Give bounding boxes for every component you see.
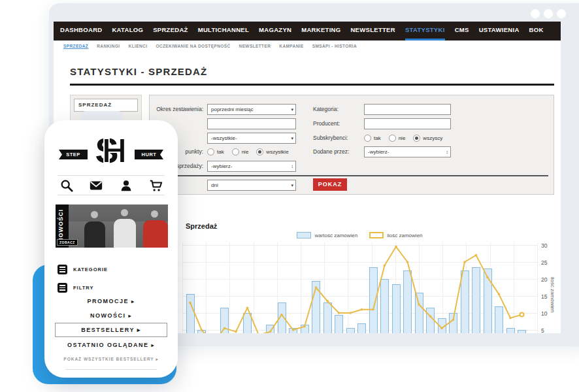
legend-item-bars: wartość zamówień <box>297 232 357 238</box>
legend-swatch-line <box>369 232 384 238</box>
nav-item-multichannel[interactable]: MULTICHANNEL <box>198 22 249 41</box>
divider <box>65 369 157 370</box>
right-axis-tick: 30 <box>541 242 547 249</box>
filter-label-producent: Producent: <box>313 120 364 127</box>
dni-select[interactable]: dni▾ <box>207 180 296 191</box>
nav-item-bok[interactable]: BOK <box>529 22 544 41</box>
kategoria-input[interactable] <box>364 104 451 115</box>
divider <box>58 195 165 195</box>
filter-label-okres: Okres zestawienia: <box>150 106 207 112</box>
right-axis-tick: 20 <box>541 276 547 283</box>
wszystkie-select[interactable]: -wszystkie-▾ <box>207 133 296 144</box>
banner-figure-head <box>91 211 98 218</box>
filtry-toggle[interactable]: FILTRY <box>58 283 93 293</box>
arrow-right-icon: ▸ <box>129 313 133 319</box>
search-icon[interactable] <box>59 178 74 193</box>
page-title: STATYSTYKI - SPRZEDAŻ <box>70 66 207 77</box>
punkty-radio-nie[interactable] <box>232 148 239 155</box>
subnav-item-0[interactable]: SPRZEDAŻ <box>63 44 88 48</box>
pokaz-button[interactable]: POKAZ <box>313 178 347 191</box>
chart-title: Sprzedaż <box>186 222 217 230</box>
chevron-down-icon: ▾ <box>291 105 293 114</box>
filter-label-kategoria: Kategoria: <box>313 106 364 112</box>
stepper-icon: ↕ <box>446 147 449 157</box>
logo-ribbon-step: STEP <box>59 150 88 159</box>
divider <box>58 175 165 176</box>
nav-item-statystyki[interactable]: STATYSTYKI <box>405 22 445 41</box>
subnav-item-3[interactable]: OCZEKIWANIE NA DOSTĘPNOŚĆ <box>156 44 230 48</box>
producent-input[interactable] <box>364 118 451 129</box>
okres-zestawienia-select[interactable]: poprzedni miesiąc▾ <box>207 104 296 115</box>
punkty-radio-group: tak nie wszystkie <box>207 148 297 155</box>
nav-item-cms[interactable]: CMS <box>455 22 469 41</box>
subskrybenci-radio-nie[interactable] <box>389 135 396 142</box>
phone-mockup: SH STEP HURT <box>44 120 178 378</box>
sidebar-item-sprzedaz[interactable]: SPRZEDAŻ <box>74 99 138 112</box>
nav-item-ustawienia[interactable]: USTAWIENIA <box>479 22 520 41</box>
nowosci-link[interactable]: NOWOŚCI ▸ <box>44 312 178 319</box>
chart-legend: wartość zamówień ilość zamówień <box>182 232 537 238</box>
gridline-vertical <box>537 242 538 333</box>
subnav-item-2[interactable]: KLIENCI <box>129 44 148 48</box>
bestsellery-link[interactable]: BESTSELLERY ▸ <box>55 323 167 337</box>
arrow-right-icon: ▸ <box>156 357 158 361</box>
phone-icon-row <box>44 178 178 193</box>
nav-item-dashboard[interactable]: DASHBOARD <box>60 22 102 41</box>
filter-label-subskrybenci: Subskrybenci: <box>313 135 364 141</box>
promocje-link[interactable]: PROMOCJE ▸ <box>44 298 178 304</box>
logo-ribbon-hurt: HURT <box>135 150 163 159</box>
chevron-down-icon: ▾ <box>291 180 293 190</box>
filters-divider <box>155 175 548 176</box>
filter-label-dodane-przez: Dodane przez: <box>313 148 364 155</box>
legend-item-line: ilość zamówień <box>369 232 422 238</box>
banner-figure-white-shirt <box>114 219 136 248</box>
sub-navbar: SPRZEDAŻRANKINGIKLIENCIOCZEKIWANIE NA DO… <box>63 44 365 48</box>
banner-figure-dark-shirt <box>84 221 105 248</box>
sprzedazy-select[interactable]: -wybierz-↕ <box>207 161 296 172</box>
chevron-down-icon: ▾ <box>291 133 293 143</box>
banner-figure-red-shirt <box>143 220 168 248</box>
dodane-przez-select[interactable]: -wybierz-↕ <box>364 146 451 157</box>
kategorie-toggle[interactable]: KATEGORIE <box>58 265 108 274</box>
nav-item-katalog[interactable]: KATALOG <box>112 22 143 41</box>
subnav-item-1[interactable]: RANKINGI <box>97 44 120 48</box>
pokaz-wszystkie-bestsellery-link[interactable]: POKAŻ WSZYSTKIE BESTSELLERY ▸ <box>44 357 178 362</box>
subskrybenci-radio-group: tak nie wszyscy <box>364 135 450 142</box>
punkty-radio-wszystkie[interactable] <box>256 148 263 155</box>
line-series-svg <box>182 242 537 333</box>
nav-item-newsletter[interactable]: NEWSLETTER <box>350 22 395 41</box>
ostatnio-ogladane-link[interactable]: OSTATNIO OGLĄDANE ▸ <box>44 342 178 348</box>
stage: DASHBOARDKATALOGSPRZEDAŻMULTICHANNELMAGA… <box>0 0 579 392</box>
arrow-right-icon: ▸ <box>137 327 141 333</box>
subskrybenci-radio-wszyscy[interactable] <box>413 135 420 142</box>
account-icon[interactable] <box>119 178 133 193</box>
punkty-radio-tak[interactable] <box>207 148 214 155</box>
right-axis-tick: 5 <box>541 327 544 333</box>
subnav-item-5[interactable]: KAMPANIE <box>279 44 303 48</box>
subskrybenci-radio-tak[interactable] <box>364 135 371 142</box>
nav-item-marketing[interactable]: MARKETING <box>301 22 340 41</box>
chart-right-axis-title: ilość zamówień <box>552 242 559 333</box>
legend-swatch-bars <box>297 232 311 238</box>
shop-logo: SH STEP HURT <box>44 134 178 174</box>
banner-figure-head <box>151 210 158 218</box>
cart-icon[interactable] <box>148 178 163 193</box>
promo-banner[interactable]: NOWOŚCI ZOBACZ <box>56 204 168 248</box>
subnav-item-6[interactable]: SMSAPI - HISTORIA <box>312 44 357 48</box>
banner-figure-head <box>121 209 128 216</box>
right-axis-tick: 25 <box>541 259 547 266</box>
window-control-dot-2[interactable] <box>544 9 553 18</box>
right-axis-tick: 15 <box>541 293 547 300</box>
banner-zobacz-tag[interactable]: ZOBACZ <box>57 239 78 246</box>
filter-text-input-left[interactable] <box>207 118 296 129</box>
mail-icon[interactable] <box>89 178 103 193</box>
window-control-dot-1[interactable] <box>531 9 540 18</box>
top-navbar: DASHBOARDKATALOGSPRZEDAŻMULTICHANNELMAGA… <box>54 22 561 41</box>
arrow-right-icon: ▸ <box>152 342 156 348</box>
hamburger-icon <box>58 265 67 274</box>
filters-panel: Okres zestawienia: poprzedni miesiąc▾ -w… <box>149 95 554 195</box>
subnav-item-4[interactable]: NEWSLETTER <box>239 44 271 48</box>
nav-item-magazyn[interactable]: MAGAZYN <box>259 22 291 41</box>
window-control-dot-3[interactable] <box>557 9 566 18</box>
nav-item-sprzedaż[interactable]: SPRZEDAŻ <box>153 22 188 41</box>
